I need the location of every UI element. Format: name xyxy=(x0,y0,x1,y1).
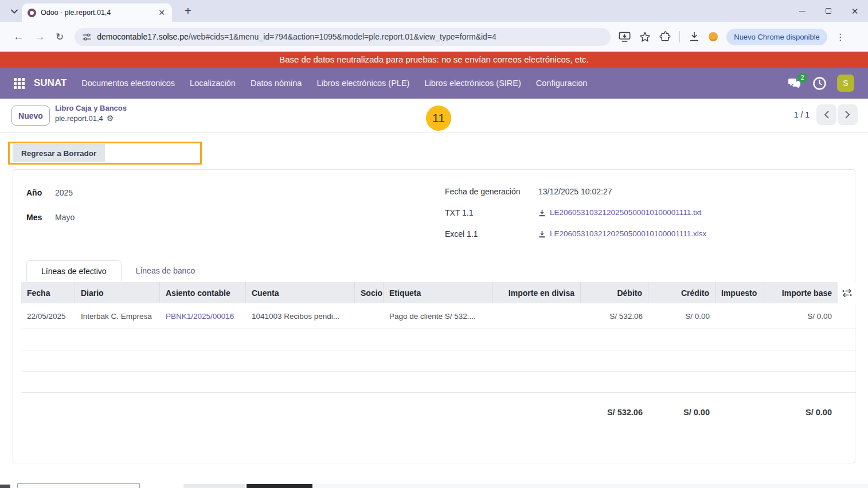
field-value-anio[interactable]: 2025 xyxy=(55,187,73,198)
bookmark-star-icon[interactable] xyxy=(639,32,651,42)
nav-right-icons: 2 S xyxy=(787,75,854,92)
total-credito: S/ 0.00 xyxy=(648,408,715,417)
url-domain: democontable17.solse.pe xyxy=(97,32,189,41)
field-value-mes[interactable]: Mayo xyxy=(55,212,75,223)
download-icon xyxy=(538,231,546,238)
field-value-fecha-generacion: 13/12/2025 10:02:27 xyxy=(538,186,612,197)
cell-etiqueta[interactable]: Pago de cliente S/ 532.... xyxy=(384,303,492,329)
cell-fecha[interactable]: 22/05/2025 xyxy=(21,303,75,329)
window-close-button[interactable]: ✕ xyxy=(842,0,868,22)
messages-count-badge: 2 xyxy=(797,73,807,83)
reload-icon[interactable]: ↻ xyxy=(56,31,64,43)
cell-importe-base[interactable]: S/ 0.00 xyxy=(764,303,838,329)
downloads-icon[interactable] xyxy=(689,31,700,42)
url-path: /web#cids=1&menu_id=794&action=1095&mode… xyxy=(189,32,496,41)
window-maximize-button[interactable] xyxy=(815,0,842,22)
taskbar-sliver-dark xyxy=(0,485,10,488)
optional-columns-icon xyxy=(842,289,852,297)
field-label-mes: Mes xyxy=(26,212,55,223)
excel-download-link[interactable]: LE2060531032120250500010100001111.xlsx xyxy=(538,228,706,240)
nav-item-configuracion[interactable]: Configuracion xyxy=(536,79,587,88)
nav-item-libros-ple[interactable]: Libros electrónicos (PLE) xyxy=(316,79,409,88)
col-header-debito[interactable]: Débito xyxy=(581,282,648,303)
tab-search-caret-icon[interactable] xyxy=(7,4,22,19)
back-icon[interactable]: ← xyxy=(13,30,24,43)
col-header-importe-divisa[interactable]: Importe en divisa xyxy=(492,282,581,303)
table-row[interactable]: 22/05/2025 Interbak C. Empresa PBNK1/202… xyxy=(21,303,856,329)
tab-close-icon[interactable]: ✕ xyxy=(157,8,166,17)
cell-cuenta[interactable]: 1041003 Recibos pendi... xyxy=(246,303,355,329)
total-importe-base: S/ 0.00 xyxy=(764,408,838,417)
col-header-credito[interactable]: Crédito xyxy=(648,282,715,303)
cell-credito[interactable]: S/ 0.00 xyxy=(648,303,715,329)
taskbar-sliver-light xyxy=(183,484,245,488)
nav-item-libros-sire[interactable]: Libros electrónicos (SIRE) xyxy=(424,79,521,88)
new-tab-button[interactable]: + xyxy=(180,3,196,19)
cash-lines-table: Fecha Diario Asiento contable Cuenta Soc… xyxy=(21,282,856,417)
annotation-step-circle: 11 xyxy=(426,106,451,131)
col-header-socio[interactable]: Socio xyxy=(355,282,384,303)
window-minimize-button[interactable] xyxy=(789,0,815,22)
messages-button[interactable]: 2 xyxy=(787,77,802,89)
cell-diario[interactable]: Interbak C. Empresa xyxy=(75,303,160,329)
apps-grid-icon[interactable] xyxy=(14,78,25,89)
cell-debito[interactable]: S/ 532.06 xyxy=(581,303,648,329)
settings-gear-icon[interactable]: ⚙ xyxy=(107,114,114,123)
window-controls: ✕ xyxy=(789,0,868,22)
taskbar-sliver-pale xyxy=(314,484,868,488)
txt-download-link[interactable]: LE2060531032120250500010100001111.txt xyxy=(538,207,701,218)
form-left-group: Año 2025 Mes Mayo xyxy=(26,187,75,236)
browser-tab-strip: Odoo - ple.report.01,4 ✕ + ✕ xyxy=(0,0,868,22)
cell-socio[interactable] xyxy=(355,303,384,329)
site-settings-icon[interactable] xyxy=(82,32,92,42)
nav-item-documentos-electronicos[interactable]: Documentos electronicos xyxy=(81,79,175,88)
col-header-fecha[interactable]: Fecha xyxy=(21,282,75,303)
notebook-tabs: Líneas de efectivo Líneas de banco xyxy=(26,260,209,281)
odoo-favicon-icon xyxy=(28,9,36,17)
cell-importe-divisa[interactable] xyxy=(492,303,581,329)
user-avatar[interactable]: S xyxy=(837,75,854,92)
control-panel: Nuevo Libro Caja y Bancos ple.report.01,… xyxy=(0,99,868,133)
cell-asiento-link[interactable]: PBNK1/2025/00016 xyxy=(160,303,246,329)
app-name[interactable]: SUNAT xyxy=(34,77,67,89)
nav-item-datos-nomina[interactable]: Datos nómina xyxy=(251,79,302,88)
form-right-group: Fecha de generación 13/12/2025 10:02:27 … xyxy=(445,186,706,249)
breadcrumb: Libro Caja y Bancos ple.report.01,4⚙ xyxy=(55,104,127,123)
extensions-icon[interactable] xyxy=(659,31,671,42)
back-to-draft-button[interactable]: Regresar a Borrador xyxy=(13,144,105,162)
breadcrumb-parent-link[interactable]: Libro Caja y Bancos xyxy=(55,104,127,112)
optional-columns-button[interactable] xyxy=(838,282,856,303)
tab-title: Odoo - ple.report.01,4 xyxy=(41,9,153,17)
empty-table-row xyxy=(21,372,856,393)
col-header-diario[interactable]: Diario xyxy=(75,282,160,303)
record-pager: 1 / 1 xyxy=(794,104,858,125)
tab-lineas-de-efectivo[interactable]: Líneas de efectivo xyxy=(26,260,122,281)
pager-previous-button[interactable] xyxy=(816,104,836,125)
col-header-importe-base[interactable]: Importe base xyxy=(764,282,838,303)
cell-impuesto[interactable] xyxy=(715,303,764,329)
col-header-cuenta[interactable]: Cuenta xyxy=(246,282,355,303)
col-header-etiqueta[interactable]: Etiqueta xyxy=(384,282,492,303)
browser-tab[interactable]: Odoo - ple.report.01,4 ✕ xyxy=(22,3,172,22)
forward-icon[interactable]: → xyxy=(34,30,45,43)
tab-lineas-de-banco[interactable]: Líneas de banco xyxy=(122,260,210,281)
empty-table-row xyxy=(21,350,856,372)
install-app-icon[interactable] xyxy=(619,32,631,42)
url-text[interactable]: democontable17.solse.pe/web#cids=1&menu_… xyxy=(97,32,496,41)
chrome-update-button[interactable]: Nuevo Chrome disponible xyxy=(726,29,827,45)
browser-menu-icon[interactable]: ⋮ xyxy=(836,32,845,42)
toolbar-icons: Nuevo Chrome disponible ⋮ xyxy=(619,29,845,45)
col-header-impuesto[interactable]: Impuesto xyxy=(715,282,764,303)
field-label-txt: TXT 1.1 xyxy=(445,207,538,218)
pager-count: 1 / 1 xyxy=(794,110,810,119)
pager-next-button[interactable] xyxy=(838,104,858,125)
activities-clock-icon[interactable] xyxy=(812,76,827,91)
nav-item-localizacion[interactable]: Localización xyxy=(190,79,236,88)
col-header-asiento[interactable]: Asiento contable xyxy=(160,282,246,303)
total-debito: S/ 532.06 xyxy=(581,408,648,417)
address-bar[interactable]: democontable17.solse.pe/web#cids=1&menu_… xyxy=(75,28,611,46)
empty-table-row xyxy=(21,329,856,350)
profile-extension-icon[interactable] xyxy=(709,32,718,41)
new-record-button[interactable]: Nuevo xyxy=(11,106,50,126)
field-label-anio: Año xyxy=(26,187,55,198)
